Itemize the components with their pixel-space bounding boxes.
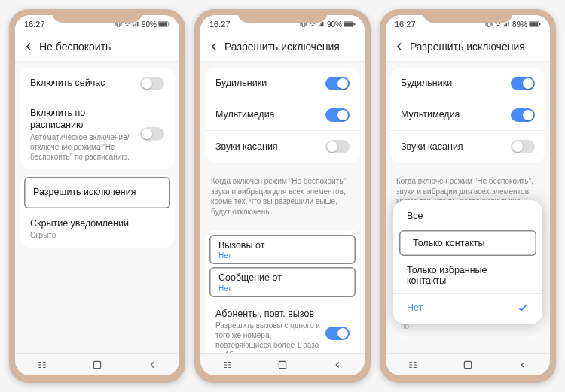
- card-exceptions: Разрешить исключения Скрытие уведомлений…: [20, 175, 175, 248]
- row-schedule[interactable]: Включить по расписанию Автоматическое вк…: [20, 99, 175, 169]
- highlight-contacts-only: Только контакты: [399, 230, 536, 256]
- nav-recent-icon[interactable]: [220, 359, 235, 371]
- row-enable-now[interactable]: Включить сейчас: [20, 68, 175, 99]
- status-time: 16:27: [209, 20, 231, 29]
- nav-home-icon[interactable]: [460, 359, 475, 371]
- svg-rect-9: [93, 361, 100, 368]
- nav-back-icon[interactable]: [330, 359, 345, 371]
- nav-recent-icon[interactable]: [35, 359, 50, 371]
- row-touch-sounds[interactable]: Звуки касания: [390, 131, 545, 163]
- toggle-alarms[interactable]: [511, 77, 535, 90]
- phone-frame-2: 16:27 90% Разрешить исключения Будильник…: [194, 9, 371, 383]
- toggle-repeat[interactable]: [325, 327, 350, 340]
- nav-recent-icon[interactable]: [405, 359, 420, 371]
- popup-option-all[interactable]: Все: [393, 203, 542, 229]
- battery-icon: [158, 21, 170, 27]
- svg-rect-22: [539, 23, 540, 26]
- card-calls: Вызовы от Нет Сообщение от Нет Абоненты,…: [205, 230, 360, 353]
- row-alarms[interactable]: Будильники: [390, 68, 545, 99]
- schedule-sub: Автоматическое включение/отключение режи…: [30, 132, 140, 162]
- calls-from-value: Нет: [218, 251, 347, 260]
- nav-bar: [200, 353, 365, 375]
- card-toggles: Включить сейчас Включить по расписанию А…: [20, 68, 175, 169]
- hide-notifications-sub: Скрыто: [30, 230, 164, 240]
- battery-icon: [344, 21, 356, 27]
- nav-bar: [386, 353, 550, 375]
- media-label: Мультимедиа: [215, 108, 275, 120]
- nav-home-icon[interactable]: [275, 359, 290, 371]
- battery-text: 89%: [512, 20, 527, 29]
- svg-rect-11: [344, 22, 353, 26]
- highlight-calls-from: Вызовы от Нет: [209, 235, 356, 264]
- nav-home-icon[interactable]: [90, 359, 105, 371]
- card-sounds: Будильники Мультимедиа Звуки касания: [390, 68, 545, 163]
- popup-calls-from-options: Все Только контакты Только избранные кон…: [393, 200, 542, 324]
- svg-rect-19: [279, 361, 286, 368]
- header-title: Разрешить исключения: [410, 41, 525, 53]
- content-1: Включить сейчас Включить по расписанию А…: [15, 62, 179, 353]
- row-media[interactable]: Мультимедиа: [390, 99, 545, 131]
- toggle-media[interactable]: [511, 108, 535, 122]
- svg-rect-1: [159, 22, 167, 26]
- content-2: Будильники Мультимедиа Звуки касания Ког…: [200, 62, 365, 353]
- status-time: 16:27: [24, 20, 45, 29]
- phone-frame-1: 16:27 90% Не беспокоить Включить сейчас …: [9, 9, 185, 383]
- toggle-enable-now[interactable]: [140, 77, 164, 90]
- nav-back-icon[interactable]: [145, 359, 160, 371]
- highlight-messages-from: Сообщение от Нет: [209, 267, 356, 296]
- toggle-media[interactable]: [325, 108, 350, 122]
- back-icon[interactable]: [206, 39, 221, 54]
- row-hide-notifications[interactable]: Скрытие уведомлений Скрыто: [20, 210, 175, 248]
- media-label: Мультимедиа: [401, 108, 460, 120]
- schedule-label: Включить по расписанию: [30, 107, 140, 132]
- content-3: Будильники Мультимедиа Звуки касания Ког…: [386, 62, 550, 353]
- nav-back-icon[interactable]: [515, 359, 530, 371]
- alarms-label: Будильники: [401, 77, 452, 89]
- popup-option-starred[interactable]: Только избранные контакты: [393, 257, 542, 293]
- row-touch-sounds[interactable]: Звуки касания: [205, 131, 360, 163]
- popup-none-label: Нет: [407, 302, 423, 313]
- messages-from-value: Нет: [218, 284, 347, 293]
- svg-rect-2: [169, 23, 170, 26]
- battery-text: 90%: [327, 20, 342, 29]
- notch: [237, 9, 328, 23]
- back-icon[interactable]: [21, 39, 36, 54]
- phone-frame-3: 16:27 89% Разрешить исключения Будильник…: [380, 9, 556, 383]
- touch-sounds-label: Звуки касания: [401, 141, 463, 153]
- row-messages-from[interactable]: Сообщение от Нет: [209, 267, 356, 296]
- screen-2: 16:27 90% Разрешить исключения Будильник…: [200, 15, 365, 375]
- enable-now-label: Включить сейчас: [30, 77, 140, 89]
- notch: [52, 9, 142, 23]
- allow-exceptions-label: Разрешить исключения: [33, 186, 136, 198]
- repeat-sub: Разрешить вызовы с одного и того же номе…: [215, 321, 325, 353]
- svg-rect-12: [354, 23, 355, 26]
- screen-3: 16:27 89% Разрешить исключения Будильник…: [386, 15, 550, 375]
- row-media[interactable]: Мультимедиа: [205, 99, 360, 131]
- back-icon[interactable]: [392, 39, 407, 54]
- nav-bar: [15, 353, 179, 375]
- highlight-allow-exceptions: Разрешить исключения: [24, 177, 170, 208]
- popup-option-contacts[interactable]: Только контакты: [399, 230, 536, 256]
- toggle-alarms[interactable]: [325, 77, 350, 90]
- toggle-schedule[interactable]: [140, 127, 164, 141]
- status-time: 16:27: [395, 20, 416, 29]
- messages-from-label: Сообщение от: [218, 272, 347, 284]
- app-header: Разрешить исключения: [386, 32, 550, 62]
- toggle-touch-sounds[interactable]: [325, 140, 350, 153]
- card-sounds: Будильники Мультимедиа Звуки касания: [205, 68, 360, 163]
- row-repeat-callers[interactable]: Абоненты, повт. вызов Разрешить вызовы с…: [205, 300, 360, 354]
- touch-sounds-label: Звуки касания: [215, 141, 278, 153]
- battery-text: 90%: [142, 20, 157, 29]
- toggle-touch-sounds[interactable]: [511, 140, 535, 153]
- app-header: Разрешить исключения: [200, 32, 365, 62]
- check-icon: [517, 302, 529, 314]
- popup-option-none[interactable]: Нет: [393, 293, 542, 321]
- row-alarms[interactable]: Будильники: [205, 68, 360, 99]
- header-title: Разрешить исключения: [224, 41, 340, 53]
- app-header: Не беспокоить: [15, 32, 179, 62]
- calls-from-label: Вызовы от: [218, 239, 347, 251]
- svg-rect-29: [464, 361, 471, 368]
- hide-notifications-label: Скрытие уведомлений: [30, 217, 164, 229]
- row-allow-exceptions[interactable]: Разрешить исключения: [24, 177, 170, 208]
- row-calls-from[interactable]: Вызовы от Нет: [209, 235, 356, 264]
